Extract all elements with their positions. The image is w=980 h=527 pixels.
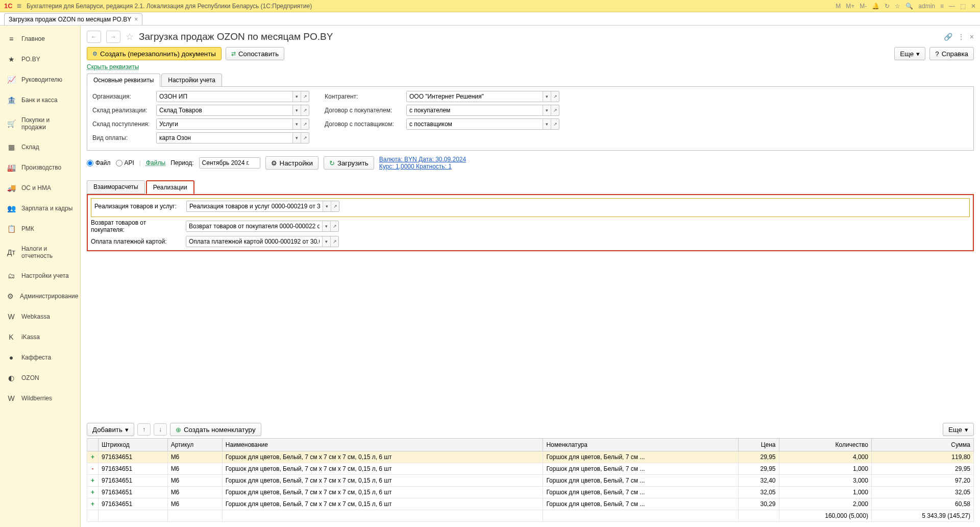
table-row[interactable]: +971634651M6Горшок для цветов, Белый, 7 …: [87, 475, 974, 487]
sidebar-item-4[interactable]: 🛒Покупки и продажи: [0, 110, 80, 137]
sidebar-item-10[interactable]: ДтНалоги и отчетность: [0, 239, 80, 266]
add-row-button[interactable]: Добавить ▾: [87, 423, 134, 436]
create-documents-button[interactable]: ⚙ Создать (перезаполнить) документы: [87, 47, 222, 60]
move-up-button[interactable]: ↑: [137, 423, 151, 436]
sidebar-item-9[interactable]: 📋РМК: [0, 219, 80, 239]
wh-in-field[interactable]: ▾ ↗: [156, 118, 309, 130]
cell-sum[interactable]: 29,95: [871, 463, 973, 475]
tab-close-icon[interactable]: ×: [134, 16, 138, 23]
supplier-input[interactable]: [407, 119, 543, 129]
open-icon[interactable]: ↗: [551, 105, 559, 115]
col-barcode[interactable]: Штрихкод: [99, 439, 168, 451]
org-input[interactable]: [157, 91, 292, 102]
sidebar-item-5[interactable]: ▦Склад: [0, 137, 80, 157]
cell-price[interactable]: 32,05: [738, 487, 779, 498]
buyer-input[interactable]: [407, 105, 543, 115]
m-minus-button[interactable]: M-: [860, 3, 867, 10]
star-icon[interactable]: ☆: [126, 31, 134, 42]
period-input[interactable]: [200, 158, 260, 168]
col-article[interactable]: Артикул: [167, 439, 222, 451]
maximize-icon[interactable]: ⬚: [960, 3, 966, 10]
wh-in-input[interactable]: [157, 119, 292, 129]
currency-link[interactable]: Валюта: BYN Дата: 30.09.2024: [379, 156, 466, 163]
cell-sum[interactable]: 97,20: [871, 475, 973, 487]
api-radio[interactable]: API: [116, 159, 134, 166]
page-close-icon[interactable]: ×: [970, 33, 974, 41]
cell-sum[interactable]: 32,05: [871, 487, 973, 498]
table-more-button[interactable]: Еще ▾: [943, 423, 974, 436]
table-row[interactable]: +971634651M6Горшок для цветов, Белый, 7 …: [87, 451, 974, 463]
tab-accounting-settings[interactable]: Настройки учета: [161, 74, 222, 87]
cell-nomen[interactable]: Горшок для цветов, Белый, 7 см ...: [543, 451, 738, 463]
col-price[interactable]: Цена: [738, 439, 779, 451]
cell-name[interactable]: Горшок для цветов, Белый, 7 см x 7 см x …: [222, 487, 543, 498]
cell-price[interactable]: 29,95: [738, 451, 779, 463]
hide-requisites-link[interactable]: Скрыть реквизиты: [87, 63, 974, 70]
card-pay-field[interactable]: ▾ ↗: [186, 236, 339, 247]
help-button[interactable]: ? Справка: [929, 47, 974, 60]
open-icon[interactable]: ↗: [551, 91, 559, 102]
period-field[interactable]: … ÷: [199, 157, 260, 169]
sidebar-item-6[interactable]: 🏭Производство: [0, 157, 80, 178]
col-sum[interactable]: Сумма: [871, 439, 973, 451]
dropdown-icon[interactable]: ▾: [543, 119, 551, 129]
cell-sum[interactable]: 119,80: [871, 451, 973, 463]
files-link[interactable]: Файлы: [146, 159, 165, 166]
cell-name[interactable]: Горшок для цветов, Белый, 7 см x 7 см x …: [222, 463, 543, 475]
dropdown-icon[interactable]: ▾: [292, 119, 301, 129]
sales-table[interactable]: Штрихкод Артикул Наименование Номенклату…: [87, 438, 974, 522]
open-icon[interactable]: ↗: [330, 221, 338, 231]
col-nomen[interactable]: Номенклатура: [543, 439, 738, 451]
cell-qty[interactable]: 4,000: [779, 451, 871, 463]
cell-nomen[interactable]: Горшок для цветов, Белый, 7 см ...: [543, 498, 738, 510]
sidebar-item-12[interactable]: ⚙Администрирование: [0, 286, 80, 306]
cell-qty[interactable]: 1,000: [779, 487, 871, 498]
load-button[interactable]: ↻ Загрузить: [324, 156, 374, 170]
sale-doc-field[interactable]: ▾ ↗: [186, 201, 339, 212]
dropdown-icon[interactable]: ▾: [543, 91, 551, 102]
table-row[interactable]: -971634651M6Горшок для цветов, Белый, 7 …: [87, 463, 974, 475]
open-tab[interactable]: Загрузка продаж OZON по месяцам PO.BY ×: [4, 13, 142, 25]
more-button[interactable]: Еще ▾: [894, 47, 925, 60]
open-icon[interactable]: ↗: [301, 105, 309, 115]
pay-field[interactable]: ▾ ↗: [156, 132, 309, 143]
more-icon[interactable]: ⋮: [958, 33, 965, 41]
favorite-icon[interactable]: ☆: [895, 3, 900, 10]
return-doc-field[interactable]: ▾ ↗: [186, 221, 339, 232]
sidebar-item-11[interactable]: 🗂Настройки учета: [0, 266, 80, 286]
org-field[interactable]: ▾ ↗: [156, 91, 309, 102]
history-icon[interactable]: ↻: [885, 3, 890, 10]
tab-sales[interactable]: Реализации: [146, 180, 194, 194]
move-down-button[interactable]: ↓: [154, 423, 167, 436]
sidebar-item-13[interactable]: WWebkassa: [0, 306, 80, 327]
wh-sale-field[interactable]: ▾ ↗: [156, 105, 309, 116]
sidebar-item-0[interactable]: ≡Главное: [0, 29, 80, 49]
sidebar-item-14[interactable]: KiKassa: [0, 327, 80, 347]
cell-qty[interactable]: 1,000: [779, 463, 871, 475]
sidebar-item-15[interactable]: ●Каффеста: [0, 347, 80, 368]
wh-sale-input[interactable]: [157, 105, 292, 115]
sidebar-item-17[interactable]: WWildberries: [0, 388, 80, 409]
cell-qty[interactable]: 3,000: [779, 475, 871, 487]
cell-barcode[interactable]: 971634651: [99, 463, 168, 475]
cell-name[interactable]: Горшок для цветов, Белый, 7 см x 7 см x …: [222, 475, 543, 487]
return-doc-input[interactable]: [186, 221, 322, 231]
user-label[interactable]: admin: [918, 3, 935, 10]
compare-button[interactable]: ⇄ Сопоставить: [226, 47, 284, 60]
dropdown-icon[interactable]: ▾: [292, 133, 301, 143]
m-plus-button[interactable]: M+: [846, 3, 854, 10]
cell-barcode[interactable]: 971634651: [99, 487, 168, 498]
cell-barcode[interactable]: 971634651: [99, 475, 168, 487]
table-row[interactable]: +971634651M6Горшок для цветов, Белый, 7 …: [87, 498, 974, 510]
dropdown-icon[interactable]: ▾: [292, 91, 301, 102]
col-qty[interactable]: Количество: [779, 439, 871, 451]
dropdown-icon[interactable]: ▾: [322, 236, 330, 247]
rate-link[interactable]: Курс: 1,0000 Кратность: 1: [379, 163, 452, 170]
dropdown-icon[interactable]: ▾: [322, 221, 330, 231]
cell-nomen[interactable]: Горшок для цветов, Белый, 7 см ...: [543, 487, 738, 498]
tab-main-requisites[interactable]: Основные реквизиты: [87, 74, 160, 87]
minimize-icon[interactable]: —: [949, 3, 955, 10]
sidebar-item-3[interactable]: 🏦Банк и касса: [0, 90, 80, 110]
tab-mutual[interactable]: Взаиморасчеты: [87, 180, 145, 194]
col-name[interactable]: Наименование: [222, 439, 543, 451]
